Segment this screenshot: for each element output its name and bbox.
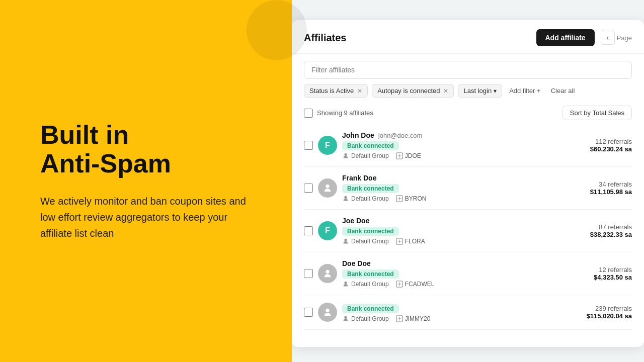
affiliate-info: Frank Doe Bank connected Default Group B… — [342, 174, 561, 202]
description-text: We actively monitor and ban coupon sites… — [40, 193, 252, 241]
code-label: BYRON — [396, 195, 427, 202]
filter-tag-autopay-remove[interactable]: ✕ — [443, 87, 448, 95]
bank-badge: Bank connected — [342, 227, 399, 236]
decorative-shape — [247, 0, 307, 60]
table-row: Bank connected Default Group JIMMY20 239 — [304, 295, 632, 330]
group-label: Default Group — [342, 315, 389, 322]
row-checkbox[interactable] — [304, 226, 313, 235]
group-label: Default Group — [342, 195, 389, 202]
referrals-count: 12 referrals — [567, 266, 632, 274]
row-checkbox[interactable] — [304, 308, 313, 317]
sales-amount: $4,323.50 sa — [567, 274, 632, 281]
filter-tag-status-remove[interactable]: ✕ — [357, 87, 362, 95]
showing-count: Showing 9 affiliates — [317, 109, 373, 117]
chevron-down-icon: ▾ — [494, 87, 497, 95]
affiliate-name: Joe Doe — [342, 217, 369, 225]
page-nav: ‹ Page — [601, 31, 632, 45]
affiliate-stats: 112 referrals $60,230.24 sa — [567, 138, 632, 153]
affiliate-meta: Default Group BYRON — [342, 195, 561, 202]
prev-page-button[interactable]: ‹ — [601, 31, 615, 45]
showing-label: Showing 9 affiliates — [304, 109, 373, 118]
affiliate-name-row: Joe Doe — [342, 217, 561, 225]
group-label: Default Group — [342, 152, 389, 159]
avatar — [318, 303, 337, 322]
row-checkbox[interactable] — [304, 184, 313, 193]
bank-badge: Bank connected — [342, 184, 399, 193]
referrals-count: 34 referrals — [567, 180, 632, 188]
filter-tag-status-label: Status is Active — [309, 87, 354, 95]
filter-tag-lastlogin-label: Last login — [463, 87, 492, 95]
affiliate-name: John Doe — [342, 131, 374, 139]
affiliate-name-row: Frank Doe — [342, 174, 561, 182]
header-right: Add affiliate ‹ Page — [536, 29, 632, 46]
filter-tag-lastlogin[interactable]: Last login ▾ — [458, 84, 502, 98]
affiliate-info: John Doe john@doe.com Bank connected Def… — [342, 131, 561, 159]
code-label: JDOE — [396, 152, 421, 159]
select-all-checkbox[interactable] — [304, 109, 313, 118]
sales-amount: $38,232.33 sa — [567, 231, 632, 238]
table-row: F John Doe john@doe.com Bank connected D… — [304, 124, 632, 167]
affiliate-info: Doe Doe Bank connected Default Group FCA… — [342, 259, 561, 288]
affiliate-stats: 12 referrals $4,323.50 sa — [567, 266, 632, 281]
filter-area: Status is Active ✕ Autopay is connected … — [292, 54, 644, 98]
affiliate-meta: Default Group FCADWEL — [342, 281, 561, 288]
main-heading: Built in Anti-Spam — [40, 121, 252, 178]
referrals-count: 239 referrals — [567, 305, 632, 312]
card-header: Affiliates Add affiliate ‹ Page — [292, 20, 644, 54]
table-row: F Joe Doe Bank connected Default Group — [304, 210, 632, 252]
code-label: FCADWEL — [396, 281, 435, 288]
sales-amount: $60,230.24 sa — [567, 145, 632, 153]
code-label: JIMMY20 — [396, 315, 431, 322]
heading-line2: Anti-Spam — [40, 149, 171, 178]
affiliate-info: Bank connected Default Group JIMMY20 — [342, 302, 561, 322]
bank-badge: Bank connected — [342, 141, 399, 150]
add-filter-button[interactable]: Add filter + — [506, 84, 544, 97]
code-label: FLORA — [396, 238, 425, 245]
affiliate-meta: Default Group FLORA — [342, 238, 561, 245]
avatar: F — [318, 221, 337, 240]
page-label: Page — [617, 34, 632, 42]
table-header: Showing 9 affiliates Sort by Total Sales — [292, 101, 644, 122]
clear-all-button[interactable]: Clear all — [548, 84, 578, 97]
row-checkbox[interactable] — [304, 269, 313, 278]
referrals-count: 87 referrals — [567, 223, 632, 231]
heading-line1: Built in — [40, 120, 129, 149]
affiliate-name: Doe Doe — [342, 259, 371, 267]
affiliates-card: Affiliates Add affiliate ‹ Page Status i… — [292, 20, 644, 347]
group-label: Default Group — [342, 238, 389, 245]
row-checkbox[interactable] — [304, 141, 313, 150]
sort-button[interactable]: Sort by Total Sales — [562, 106, 632, 120]
group-label: Default Group — [342, 281, 389, 288]
bank-badge: Bank connected — [342, 269, 399, 279]
affiliate-list: F John Doe john@doe.com Bank connected D… — [292, 124, 644, 330]
affiliate-meta: Default Group JIMMY20 — [342, 315, 561, 322]
filter-tag-autopay[interactable]: Autopay is connected ✕ — [372, 84, 454, 98]
affiliate-info: Joe Doe Bank connected Default Group FLO… — [342, 217, 561, 245]
filter-tags: Status is Active ✕ Autopay is connected … — [304, 84, 632, 98]
card-title: Affiliates — [304, 32, 346, 44]
right-panel: Affiliates Add affiliate ‹ Page Status i… — [292, 0, 644, 362]
affiliate-meta: Default Group JDOE — [342, 152, 561, 159]
filter-tag-autopay-label: Autopay is connected — [377, 87, 440, 95]
sales-amount: $11,105.98 sa — [567, 188, 632, 196]
sales-amount: $115,020.04 sa — [567, 312, 632, 320]
affiliate-name-row: John Doe john@doe.com — [342, 131, 561, 139]
left-panel: Built in Anti-Spam We actively monitor a… — [0, 0, 292, 362]
affiliate-stats: 34 referrals $11,105.98 sa — [567, 180, 632, 196]
affiliate-email: john@doe.com — [378, 132, 423, 139]
referrals-count: 112 referrals — [567, 138, 632, 145]
search-input[interactable] — [304, 61, 632, 79]
add-affiliate-button[interactable]: Add affiliate — [536, 29, 595, 46]
avatar — [318, 264, 337, 283]
affiliate-stats: 239 referrals $115,020.04 sa — [567, 305, 632, 320]
avatar — [318, 178, 337, 198]
affiliate-stats: 87 referrals $38,232.33 sa — [567, 223, 632, 238]
affiliate-name: Frank Doe — [342, 174, 376, 182]
table-row: Doe Doe Bank connected Default Group FCA… — [304, 252, 632, 295]
avatar: F — [318, 136, 337, 155]
affiliate-name-row: Doe Doe — [342, 259, 561, 267]
table-row: Frank Doe Bank connected Default Group B… — [304, 167, 632, 210]
bank-badge: Bank connected — [342, 304, 399, 313]
filter-tag-status[interactable]: Status is Active ✕ — [304, 84, 368, 98]
